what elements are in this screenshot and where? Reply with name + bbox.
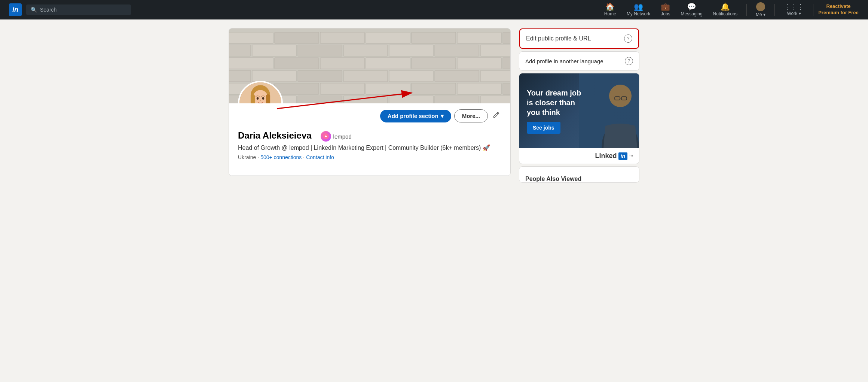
messaging-label: Messaging bbox=[681, 11, 703, 16]
svg-point-54 bbox=[325, 136, 326, 137]
svg-rect-24 bbox=[229, 70, 251, 82]
lempod-row: Daria Aleksieieva bbox=[238, 130, 501, 142]
profile-banner bbox=[229, 28, 510, 103]
add-profile-section-button[interactable]: Add profile section ▾ bbox=[380, 110, 451, 122]
help-language-icon[interactable]: ? bbox=[625, 57, 633, 65]
svg-rect-42 bbox=[389, 96, 433, 103]
profile-info-section: Add profile section ▾ More... Daria Alek… bbox=[229, 103, 510, 169]
svg-rect-5 bbox=[366, 32, 410, 43]
people-also-viewed-title: People Also Viewed bbox=[519, 171, 639, 182]
linkedin-in-logo: in bbox=[618, 152, 627, 160]
edit-url-wrapper: Edit public profile & URL ? bbox=[519, 28, 639, 49]
lempod-logo bbox=[321, 131, 331, 142]
svg-rect-15 bbox=[480, 45, 510, 56]
nav-items: 🏠 Home 👥 My Network 💼 Jobs 💬 Messaging 🔔… bbox=[600, 0, 859, 19]
svg-rect-34 bbox=[366, 83, 410, 94]
nav-messaging[interactable]: 💬 Messaging bbox=[676, 0, 707, 19]
svg-rect-22 bbox=[457, 58, 501, 69]
help-icon[interactable]: ? bbox=[624, 34, 632, 43]
contact-info-link[interactable]: Contact info bbox=[306, 154, 334, 160]
profile-meta: Ukraine · 500+ connections · Contact inf… bbox=[238, 154, 501, 160]
svg-rect-14 bbox=[435, 45, 479, 56]
jobs-label: Jobs bbox=[661, 11, 670, 16]
svg-rect-6 bbox=[412, 32, 456, 43]
profile-card-bottom bbox=[229, 175, 510, 176]
svg-point-51 bbox=[262, 97, 265, 100]
profile-headline: Head of Growth @ lempod | LinkedIn Marke… bbox=[238, 144, 501, 152]
nav-me[interactable]: Me ▾ bbox=[751, 0, 770, 19]
me-label: Me ▾ bbox=[756, 12, 765, 17]
svg-rect-19 bbox=[320, 58, 364, 69]
svg-rect-4 bbox=[320, 32, 364, 43]
linkedin-logo[interactable]: in bbox=[9, 3, 22, 16]
navbar: in 🔍 🏠 Home 👥 My Network 💼 Jobs 💬 Messag… bbox=[0, 0, 868, 19]
nav-home[interactable]: 🏠 Home bbox=[600, 0, 621, 19]
my-network-icon: 👥 bbox=[634, 3, 643, 10]
svg-rect-13 bbox=[389, 45, 433, 56]
premium-link[interactable]: Reactivate Premium for Free bbox=[818, 3, 859, 16]
linkedin-ad-text: Linked bbox=[595, 152, 617, 160]
nav-divider-3 bbox=[813, 4, 813, 16]
edit-public-profile-button[interactable]: Edit public profile & URL ? bbox=[519, 28, 639, 49]
search-bar[interactable]: 🔍 bbox=[26, 4, 131, 15]
search-icon: 🔍 bbox=[31, 7, 37, 13]
nav-notifications[interactable]: 🔔 Notifications bbox=[709, 0, 742, 19]
work-grid-icon: ⋮⋮⋮ bbox=[784, 3, 804, 10]
svg-rect-17 bbox=[229, 58, 273, 69]
svg-rect-25 bbox=[252, 70, 296, 82]
sidebar: Edit public profile & URL ? Add profile … bbox=[519, 28, 639, 182]
nav-work[interactable]: ⋮⋮⋮ Work ▾ bbox=[779, 0, 809, 19]
home-label: Home bbox=[604, 11, 616, 16]
svg-rect-44 bbox=[480, 96, 510, 103]
svg-rect-26 bbox=[298, 70, 342, 82]
ad-headline: Your dream job is closer than you think bbox=[527, 88, 587, 117]
nav-jobs[interactable]: 💼 Jobs bbox=[656, 0, 675, 19]
svg-rect-18 bbox=[275, 58, 319, 69]
location: Ukraine bbox=[238, 154, 256, 160]
notifications-icon: 🔔 bbox=[721, 3, 730, 10]
edit-button[interactable] bbox=[491, 110, 501, 122]
add-language-button[interactable]: Add profile in another language ? bbox=[519, 52, 639, 70]
more-button[interactable]: More... bbox=[454, 109, 488, 122]
svg-rect-30 bbox=[480, 70, 510, 82]
profile-name: Daria Aleksieieva bbox=[238, 130, 312, 141]
nav-divider-2 bbox=[774, 4, 775, 16]
svg-rect-41 bbox=[343, 96, 388, 103]
ad-content: Your dream job is closer than you think … bbox=[519, 73, 639, 148]
add-language-text: Add profile in another language bbox=[525, 58, 603, 64]
logo-text: in bbox=[12, 6, 18, 14]
svg-rect-40 bbox=[298, 96, 342, 103]
nav-divider bbox=[746, 4, 747, 16]
lempod-name: lempod bbox=[333, 133, 352, 140]
svg-rect-9 bbox=[229, 45, 251, 56]
add-section-label: Add profile section bbox=[388, 113, 438, 119]
linkedin-tm: ™ bbox=[629, 154, 633, 158]
svg-rect-3 bbox=[275, 32, 319, 43]
svg-point-50 bbox=[257, 97, 259, 100]
svg-rect-29 bbox=[435, 70, 479, 82]
svg-rect-49 bbox=[266, 94, 270, 103]
nav-my-network[interactable]: 👥 My Network bbox=[622, 0, 655, 19]
svg-rect-7 bbox=[457, 32, 501, 43]
chevron-down-icon: ▾ bbox=[441, 113, 444, 119]
svg-rect-37 bbox=[503, 83, 510, 94]
edit-profile-url-text: Edit public profile & URL bbox=[526, 35, 591, 42]
svg-rect-33 bbox=[320, 83, 364, 94]
svg-rect-10 bbox=[252, 45, 296, 56]
jobs-icon: 💼 bbox=[661, 3, 670, 10]
linkedin-ad-badge: Linked in ™ bbox=[595, 152, 633, 160]
profile-avatar-container bbox=[238, 81, 283, 103]
svg-rect-35 bbox=[412, 83, 456, 94]
people-also-viewed-card: People Also Viewed bbox=[519, 167, 639, 182]
messaging-icon: 💬 bbox=[687, 3, 696, 10]
profile-card: Add profile section ▾ More... Daria Alek… bbox=[229, 28, 510, 176]
edit-icon bbox=[492, 111, 500, 119]
svg-rect-20 bbox=[366, 58, 410, 69]
search-input[interactable] bbox=[40, 7, 126, 13]
main-container: Add profile section ▾ More... Daria Alek… bbox=[223, 28, 645, 182]
ad-see-jobs-button[interactable]: See jobs bbox=[527, 122, 560, 134]
svg-rect-48 bbox=[251, 94, 255, 103]
ad-footer: Linked in ™ bbox=[519, 148, 639, 164]
svg-rect-36 bbox=[457, 83, 501, 94]
connections-link[interactable]: 500+ connections bbox=[260, 154, 302, 160]
